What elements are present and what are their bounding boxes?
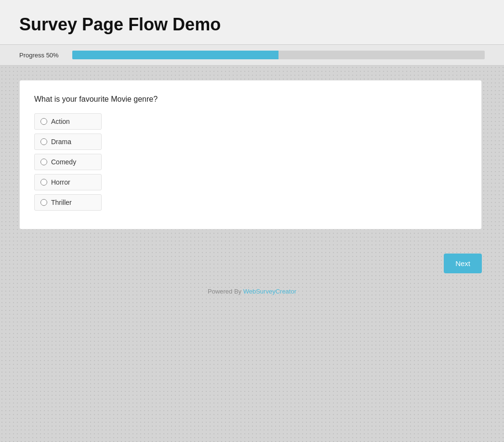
powered-by-text: Powered By	[208, 288, 241, 295]
radio-input-action[interactable]	[40, 118, 47, 125]
page-title: Survey Page Flow Demo	[19, 14, 485, 35]
question-text: What is your favourite Movie genre?	[34, 95, 467, 104]
progress-section: Progress 50%	[0, 45, 504, 66]
powered-by-link[interactable]: WebSurveyCreator	[243, 288, 296, 295]
options-list: ActionDramaComedyHorrorThriller	[34, 113, 467, 211]
radio-option-thriller[interactable]: Thriller	[34, 194, 102, 211]
radio-label-action[interactable]: Action	[51, 118, 70, 125]
radio-option-horror[interactable]: Horror	[34, 174, 102, 190]
progress-bar-fill	[72, 51, 279, 59]
powered-by: Powered By WebSurveyCreator	[0, 283, 504, 300]
radio-option-comedy[interactable]: Comedy	[34, 154, 102, 170]
radio-option-action[interactable]: Action	[34, 113, 102, 130]
radio-label-horror[interactable]: Horror	[51, 178, 70, 186]
radio-input-comedy[interactable]	[40, 159, 47, 165]
radio-label-thriller[interactable]: Thriller	[51, 199, 72, 206]
radio-input-horror[interactable]	[40, 179, 47, 186]
radio-input-thriller[interactable]	[40, 199, 47, 206]
next-button[interactable]: Next	[444, 254, 482, 273]
radio-label-drama[interactable]: Drama	[51, 138, 71, 146]
radio-label-comedy[interactable]: Comedy	[51, 158, 76, 166]
header: Survey Page Flow Demo	[0, 0, 504, 45]
footer-nav: Next	[0, 244, 501, 283]
progress-label: Progress 50%	[19, 52, 63, 59]
main-content: What is your favourite Movie genre? Acti…	[0, 66, 504, 244]
progress-bar-container	[72, 51, 485, 59]
radio-option-drama[interactable]: Drama	[34, 134, 102, 150]
radio-input-drama[interactable]	[40, 138, 47, 145]
survey-card: What is your favourite Movie genre? Acti…	[19, 80, 482, 229]
